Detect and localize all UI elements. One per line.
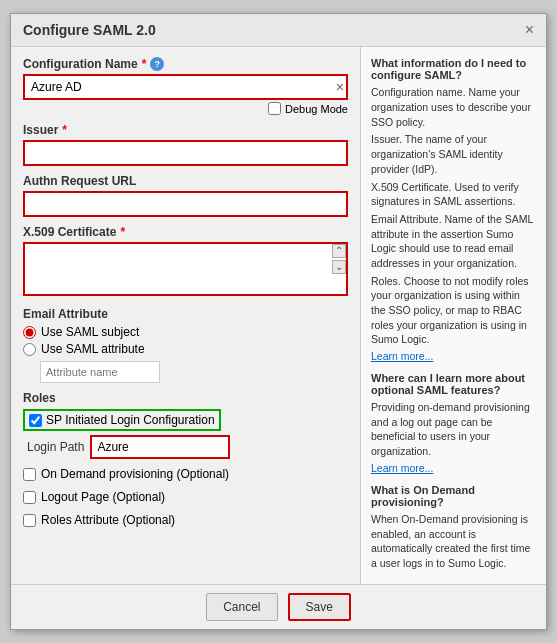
dialog-footer: Cancel Save [11,584,546,629]
roles-attr-row: Roles Attribute (Optional) [23,513,348,527]
learn-more-2-link[interactable]: Learn more... [371,462,433,474]
use-saml-attribute-label: Use SAML attribute [41,342,145,356]
optional-checkboxes: On Demand provisioning (Optional) Logout… [23,467,348,531]
x509-textarea-wrapper: ⌃ ⌄ [23,242,348,299]
scroll-down-arrow[interactable]: ⌄ [332,260,346,274]
authn-request-url-input[interactable] [23,191,348,217]
x509-cert-group: X.509 Certificate * ⌃ ⌄ [23,225,348,299]
x509-help: X.509 Certificate. Used to verify signat… [371,180,536,209]
on-demand-row: On Demand provisioning (Optional) [23,467,348,481]
dialog-body: Configuration Name * ? × Debug Mode Issu… [11,47,546,583]
config-name-input-wrapper: × [23,74,348,100]
required-indicator: * [120,225,125,239]
login-path-row: Login Path [27,435,348,459]
logout-page-checkbox[interactable] [23,491,36,504]
sp-login-label: SP Initiated Login Configuration [46,413,215,427]
scroll-up-arrow[interactable]: ⌃ [332,244,346,258]
configure-saml-dialog: Configure SAML 2.0 × Configuration Name … [10,13,547,629]
clear-config-name-button[interactable]: × [336,79,344,95]
required-indicator: * [142,57,147,71]
use-saml-subject-item: Use SAML subject [23,325,348,339]
use-saml-subject-label: Use SAML subject [41,325,139,339]
dialog-header: Configure SAML 2.0 × [11,14,546,47]
issuer-input[interactable] [23,140,348,166]
help-section1-title: What information do I need to configure … [371,57,536,81]
roles-attr-checkbox[interactable] [23,514,36,527]
use-saml-attribute-radio[interactable] [23,343,36,356]
authn-request-url-group: Authn Request URL [23,174,348,217]
x509-cert-label: X.509 Certificate * [23,225,348,239]
save-button[interactable]: Save [288,593,351,621]
scroll-arrows: ⌃ ⌄ [332,244,346,274]
debug-mode-label: Debug Mode [285,103,348,115]
login-path-input[interactable] [90,435,230,459]
close-button[interactable]: × [525,22,534,38]
x509-cert-textarea[interactable] [23,242,348,296]
info-icon[interactable]: ? [150,57,164,71]
logout-page-row: Logout Page (Optional) [23,490,348,504]
cancel-button[interactable]: Cancel [206,593,277,621]
on-demand-label: On Demand provisioning (Optional) [41,467,229,481]
config-name-help: Configuration name. Name your organizati… [371,85,536,129]
sp-checkbox-wrapper: SP Initiated Login Configuration [23,409,221,431]
email-attr-radio-group: Use SAML subject Use SAML attribute [23,325,348,383]
roles-label: Roles [23,391,348,405]
authn-request-url-label: Authn Request URL [23,174,348,188]
section2-text: Providing on-demand provisioning and a l… [371,400,536,459]
section3-text: When On-Demand provisioning is enabled, … [371,512,536,571]
sp-login-checkbox[interactable] [29,414,42,427]
login-path-label: Login Path [27,440,84,454]
email-attribute-section: Email Attribute Use SAML subject Use SAM… [23,307,348,383]
use-saml-attribute-item: Use SAML attribute [23,342,348,356]
config-name-input[interactable] [23,74,348,100]
email-attr-label: Email Attribute [23,307,348,321]
config-name-group: Configuration Name * ? × Debug Mode [23,57,348,115]
debug-mode-checkbox[interactable] [268,102,281,115]
roles-attr-label: Roles Attribute (Optional) [41,513,175,527]
debug-row: Debug Mode [23,102,348,115]
issuer-label: Issuer * [23,123,348,137]
roles-section: Roles SP Initiated Login Configuration L… [23,391,348,459]
attribute-name-input[interactable] [40,361,160,383]
learn-more-1-link[interactable]: Learn more... [371,350,433,362]
dialog-title: Configure SAML 2.0 [23,22,156,38]
issuer-group: Issuer * [23,123,348,166]
left-panel: Configuration Name * ? × Debug Mode Issu… [11,47,361,583]
issuer-help: Issuer. The name of your organization's … [371,132,536,176]
use-saml-subject-radio[interactable] [23,326,36,339]
logout-page-label: Logout Page (Optional) [41,490,165,504]
required-indicator: * [62,123,67,137]
sp-login-row: SP Initiated Login Configuration [23,409,348,431]
roles-help: Roles. Choose to not modify roles your o… [371,274,536,347]
right-panel: What information do I need to configure … [361,47,546,583]
help-section2-title: Where can I learn more about optional SA… [371,372,536,396]
email-help: Email Attribute. Name of the SAML attrib… [371,212,536,271]
on-demand-checkbox[interactable] [23,468,36,481]
config-name-label: Configuration Name * ? [23,57,348,71]
help-section3-title: What is On Demand provisioning? [371,484,536,508]
